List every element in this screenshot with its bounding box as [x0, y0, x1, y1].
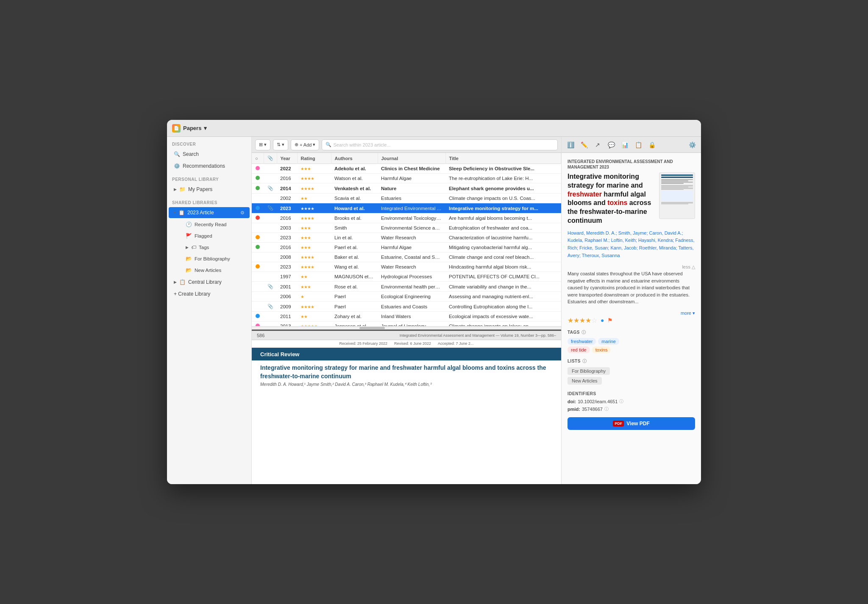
share-icon-btn[interactable]: ↗: [592, 139, 603, 150]
table-row[interactable]: 2023 ★★★★ Wang et al. Water Research Hin…: [252, 262, 561, 272]
table-row[interactable]: 2013 ★★★★★ Jeppesen et al. Journal of Li…: [252, 321, 561, 327]
select-col[interactable]: [252, 262, 264, 272]
col-year[interactable]: Year: [277, 153, 297, 164]
select-col[interactable]: [252, 233, 264, 243]
copy-icon-btn[interactable]: 📋: [633, 139, 644, 150]
title-cell: Integrative monitoring strategy for m...: [445, 203, 561, 213]
col-journal[interactable]: Journal: [378, 153, 445, 164]
tag-marine[interactable]: marine: [598, 338, 619, 345]
table-row[interactable]: 2016 ★★★★ Watson et al. Harmful Algae Th…: [252, 174, 561, 183]
year-cell: 2006: [277, 292, 297, 302]
library-gear-icon[interactable]: ⚙: [240, 210, 245, 216]
tags-info-icon[interactable]: ⓘ: [581, 330, 586, 335]
pdf-preview: 586 Integrated Environmental Assessment …: [252, 331, 561, 416]
thumbnail-content: [659, 173, 695, 206]
app-dropdown-arrow[interactable]: ▾: [204, 125, 207, 131]
col-title[interactable]: Title: [445, 153, 561, 164]
less-link[interactable]: less △: [682, 264, 695, 269]
select-col[interactable]: [252, 183, 264, 194]
table-row[interactable]: 1997 ★★ MAGNUSON et al. Hydrological Pro…: [252, 272, 561, 282]
lists-info-icon[interactable]: ⓘ: [582, 358, 587, 364]
title-cell: Mitigating cyanobacterial harmful alg...: [445, 243, 561, 252]
select-col[interactable]: [252, 282, 264, 292]
select-col[interactable]: [252, 243, 264, 252]
table-row[interactable]: 2011 ★★ Zohary et al. Inland Waters Ecol…: [252, 312, 561, 321]
sidebar-item-search[interactable]: 🔍 Search: [169, 149, 250, 160]
table-row[interactable]: 2023 ★★★ Lin et al. Water Research Chara…: [252, 233, 561, 243]
table-row[interactable]: 2006 ★ Paerl Ecological Engineering Asse…: [252, 292, 561, 302]
more-link[interactable]: more ▾: [681, 310, 695, 316]
list-for-bibliography[interactable]: For Bibliography: [568, 367, 695, 377]
horizontal-scrollbar[interactable]: [252, 326, 561, 330]
title-cell: POTENTIAL EFFECTS OF CLIMATE Cl...: [445, 272, 561, 282]
table-row[interactable]: 2022 ★★★ Adekolu et al. Clinics in Chest…: [252, 164, 561, 174]
info-icon-btn[interactable]: ℹ️: [565, 139, 576, 150]
pdf-header: 586 Integrated Environmental Assessment …: [252, 331, 561, 340]
tag-toxins[interactable]: toxins: [592, 346, 611, 353]
select-col[interactable]: [252, 252, 264, 262]
sidebar-item-my-papers[interactable]: ▶ 📁 My Papers: [169, 184, 250, 195]
title-cell: Sleep Deficiency in Obstructive Sle...: [445, 164, 561, 174]
sidebar-item-for-bibliography[interactable]: 📂 For Bibliography: [181, 253, 250, 264]
doi-info-icon[interactable]: ⓘ: [619, 399, 623, 405]
table-row[interactable]: 📎 2014 ★★★★ Venkatesh et al. Nature Elep…: [252, 183, 561, 194]
table-row[interactable]: 2003 ★★★ Smith Environmental Science and…: [252, 223, 561, 233]
pmid-info-icon[interactable]: ⓘ: [604, 406, 609, 412]
select-col[interactable]: [252, 174, 264, 183]
view-toggle-btn[interactable]: ⊞ ▾: [255, 139, 270, 150]
sidebar-item-tags[interactable]: ▶ 🏷 Tags: [181, 242, 250, 253]
table-row[interactable]: 📎 2001 ★★★ Rose et al. Environmental hea…: [252, 282, 561, 292]
sidebar-item-recently-read[interactable]: 🕐 Recently Read: [181, 219, 250, 230]
article-thumbnail[interactable]: [659, 172, 695, 219]
settings-icon-btn[interactable]: ⚙️: [687, 139, 698, 150]
tags-expand: ▶: [186, 245, 189, 249]
sidebar-item-flagged[interactable]: 🚩 Flagged: [181, 230, 250, 241]
pmid-value: 35748667: [582, 407, 603, 412]
edit-icon-btn[interactable]: ✏️: [579, 139, 590, 150]
col-clip: 📎: [264, 153, 277, 164]
list-new-articles[interactable]: New Articles: [568, 377, 695, 386]
chart-icon-btn[interactable]: 📊: [619, 139, 630, 150]
sidebar-item-recommendations[interactable]: ⚙️ Recommendations: [169, 161, 250, 172]
comment-icon-btn[interactable]: 💬: [606, 139, 617, 150]
sidebar-item-2023-article[interactable]: ▾ 📋 2023 Article ⚙: [169, 207, 250, 218]
sidebar-item-new-articles[interactable]: 📂 New Articles: [181, 265, 250, 276]
view-pdf-button[interactable]: PDF View PDF: [568, 417, 695, 430]
table-row[interactable]: 2016 ★★★ Paerl et al. Harmful Algae Miti…: [252, 243, 561, 252]
sort-btn[interactable]: ⇅ ▾: [273, 139, 288, 150]
select-col[interactable]: [252, 302, 264, 312]
table-row[interactable]: 2008 ★★★★ Baker et al. Estuarine, Coasta…: [252, 252, 561, 262]
col-authors[interactable]: Authors: [331, 153, 378, 164]
add-btn[interactable]: ⊕ + Add ▾: [291, 139, 319, 150]
col-rating[interactable]: Rating: [297, 153, 331, 164]
search-bar[interactable]: 🔍 Search within 2023 article...: [322, 139, 558, 150]
scrollbar-thumb[interactable]: [359, 327, 385, 329]
sidebar-item-create-library[interactable]: + Create Library: [169, 288, 250, 299]
table-row[interactable]: 📎 2009 ★★★★ Paerl Estuaries and Coasts C…: [252, 302, 561, 312]
table-row[interactable]: 📎 2023 ★★★★ Howard et al. Integrated Env…: [252, 203, 561, 213]
select-col[interactable]: [252, 164, 264, 174]
select-col[interactable]: [252, 292, 264, 302]
table-row[interactable]: 2002 ★★ Scavia et al. Estuaries Climate …: [252, 194, 561, 203]
central-expand: ▶: [174, 280, 177, 284]
select-col[interactable]: [252, 321, 264, 327]
select-col[interactable]: [252, 312, 264, 321]
select-col[interactable]: [252, 272, 264, 282]
table-body: 2022 ★★★ Adekolu et al. Clinics in Chest…: [252, 164, 561, 327]
tag-freshwater[interactable]: freshwater: [568, 338, 596, 345]
rating-stars[interactable]: ★★★★☆: [568, 316, 597, 324]
list-tag-new-articles[interactable]: New Articles: [568, 377, 602, 385]
article-table-scroll[interactable]: ○ 📎 Year Rating Authors Journal Title: [252, 153, 561, 326]
tag-red-tide[interactable]: red tide: [568, 346, 590, 353]
select-col[interactable]: [252, 213, 264, 223]
select-col[interactable]: [252, 223, 264, 233]
select-col[interactable]: [252, 203, 264, 213]
lock-icon-btn[interactable]: 🔒: [646, 139, 657, 150]
year-cell: 2016: [277, 213, 297, 223]
table-row[interactable]: 2016 ★★★★ Brooks et al. Environmental To…: [252, 213, 561, 223]
authors-cell: Howard et al.: [331, 203, 378, 213]
select-col[interactable]: [252, 194, 264, 203]
sidebar-item-central-library[interactable]: ▶ 📋 Central Library: [169, 277, 250, 288]
list-tag-bibliography[interactable]: For Bibliography: [568, 367, 610, 375]
flag-indicator[interactable]: ⚑: [607, 317, 613, 324]
